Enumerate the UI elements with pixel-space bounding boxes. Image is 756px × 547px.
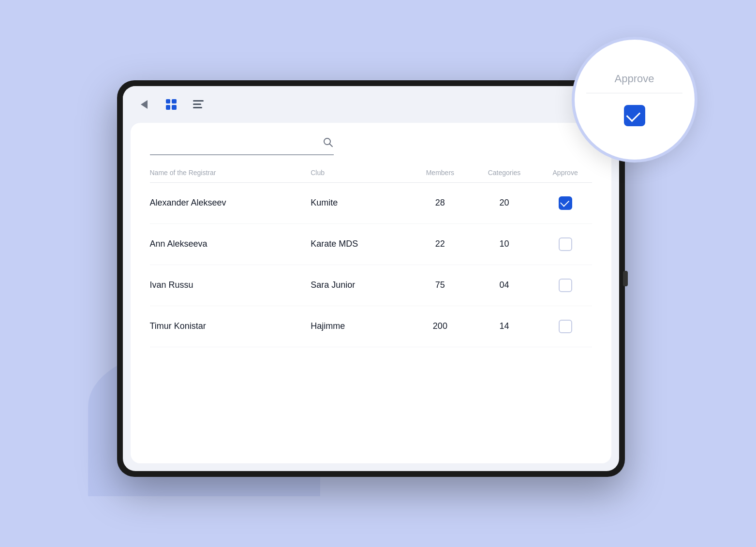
cell-categories: 20	[470, 182, 538, 223]
cell-members: 28	[410, 182, 470, 223]
svg-line-1	[329, 144, 332, 147]
cell-club: Karate MDS	[311, 223, 410, 265]
grid-icon	[166, 99, 177, 110]
magnify-approve-label: Approve	[615, 73, 654, 85]
cell-name: Timur Konistar	[150, 306, 311, 347]
col-header-approve: Approve	[539, 169, 592, 183]
back-icon	[141, 100, 148, 109]
search-icon	[322, 136, 334, 150]
tablet-side-button	[623, 271, 628, 286]
checkbox-cell	[539, 320, 592, 333]
col-header-members: Members	[410, 169, 470, 183]
approve-checkbox[interactable]	[559, 279, 572, 292]
search-bar[interactable]	[150, 136, 334, 155]
grid-view-button[interactable]	[162, 95, 181, 114]
cell-members: 200	[410, 306, 470, 347]
checkbox-cell	[539, 196, 592, 210]
cell-name: Ivan Russu	[150, 265, 311, 306]
table-row: Alexander AlekseevKumite2820	[150, 182, 592, 223]
magnify-checkbox[interactable]	[624, 105, 645, 126]
table-row: Timur KonistarHajimme20014	[150, 306, 592, 347]
table-row: Ann AlekseevaKarate MDS2210	[150, 223, 592, 265]
approve-checkbox[interactable]	[559, 237, 572, 251]
col-header-categories: Categories	[470, 169, 538, 183]
cell-approve	[539, 223, 592, 265]
cell-approve	[539, 306, 592, 347]
col-header-name: Name of the Registrar	[150, 169, 311, 183]
cell-name: Ann Alekseeva	[150, 223, 311, 265]
search-input[interactable]	[150, 139, 322, 148]
cell-categories: 04	[470, 265, 538, 306]
tablet-screen: Name of the Registrar Club Members Categ…	[123, 86, 619, 471]
cell-members: 75	[410, 265, 470, 306]
back-button[interactable]	[134, 95, 154, 114]
cell-categories: 10	[470, 223, 538, 265]
table-row: Ivan RussuSara Junior7504	[150, 265, 592, 306]
cell-club: Sara Junior	[311, 265, 410, 306]
toolbar	[123, 86, 619, 123]
cell-name: Alexander Alekseev	[150, 182, 311, 223]
approve-checkbox[interactable]	[559, 320, 572, 333]
registrar-table: Name of the Registrar Club Members Categ…	[150, 169, 592, 347]
tablet-device: Name of the Registrar Club Members Categ…	[117, 80, 625, 477]
cell-club: Kumite	[311, 182, 410, 223]
checkbox-cell	[539, 237, 592, 251]
cell-approve	[539, 182, 592, 223]
cell-club: Hajimme	[311, 306, 410, 347]
cell-members: 22	[410, 223, 470, 265]
magnify-divider	[586, 93, 682, 93]
cell-categories: 14	[470, 306, 538, 347]
cell-approve	[539, 265, 592, 306]
checkbox-cell	[539, 279, 592, 292]
col-header-club: Club	[311, 169, 410, 183]
approve-checkbox[interactable]	[559, 196, 572, 210]
list-icon	[193, 100, 204, 108]
table-header-row: Name of the Registrar Club Members Categ…	[150, 169, 592, 183]
content-area: Name of the Registrar Club Members Categ…	[131, 123, 611, 463]
magnify-overlay: Approve	[572, 37, 697, 163]
list-view-button[interactable]	[189, 95, 208, 114]
